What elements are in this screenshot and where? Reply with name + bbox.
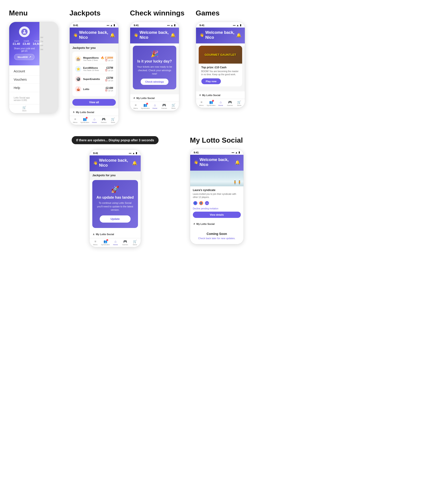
games-icon: 🎮 (102, 117, 106, 121)
update-status-bar: 9:41 ▪▪▪ ▲ ▮ (90, 150, 141, 155)
superenalotto-time: ⏰ 1d 1h (105, 80, 113, 82)
view-all-button[interactable]: View all (72, 99, 116, 106)
g-home-label: Home (218, 104, 223, 106)
games-section: Games 9:41 ▪▪▪ ▲ ▮ 👋 Welco (196, 9, 245, 108)
lotto-amount: £2.6M (105, 86, 113, 90)
nav-tab-menu[interactable]: ≡ Menu (71, 117, 79, 123)
nav-tab-games[interactable]: 🎮 Games (100, 117, 108, 123)
notification-bell[interactable]: 🔔 (110, 33, 115, 38)
jackpots-content: Jackpots for you 🎰 Megamillions You have… (70, 43, 119, 108)
u-nav-home[interactable]: ⌂ Home (111, 240, 119, 246)
wave-emoji: 👋 (73, 33, 78, 37)
u-syndicates-badge: 👥 (103, 240, 107, 243)
top-prize: Top prize: £10 Cash (201, 66, 240, 69)
cw-nav-syndicates[interactable]: 👥 Syndicates (141, 103, 150, 109)
euromillions-logo: ⭐ (75, 66, 81, 72)
credit-label: Credit (23, 40, 30, 42)
g-nav-store[interactable]: 🛒 Store (235, 100, 243, 106)
my-lotto-social-section: My Lotto Social 9:41 ▪▪▪ ▲ ▮ 👋 (190, 136, 244, 244)
games-phone: 9:41 ▪▪▪ ▲ ▮ 👋 Welcome back, Nico (196, 22, 245, 108)
lotto-left: 🎪 Lotto (75, 86, 89, 92)
mls-signal: ▪▪▪ (232, 151, 234, 154)
mls-welcome-row: 👋 Welcome back, Nico 🔔 (194, 157, 240, 167)
menu-item-vouchers[interactable]: Vouchers (9, 75, 40, 84)
syndicate-card: 🧍🧍 Laura's syndicate Laura invited you t… (190, 171, 243, 220)
cw-nav-menu[interactable]: ≡ Menu (132, 103, 140, 109)
jackpots-welcome-header: 👋 Welcome back, Nico 🔔 (70, 27, 119, 43)
cw-nav-home[interactable]: ⌂ Home (151, 103, 159, 109)
check-winnings-title: Check winnings (130, 9, 185, 17)
play-now-button[interactable]: Play now (201, 78, 221, 84)
mls-wave: 👋 (194, 160, 198, 164)
euromillions-row[interactable]: ⭐ EuroMillions You have 10 lines £37M ⏰ … (75, 64, 113, 74)
u-games-label: Games (122, 244, 128, 246)
cw-syndicates-label: Syndicates (141, 107, 150, 109)
g-nav-home[interactable]: ⌂ Home (217, 100, 225, 106)
game-card[interactable]: GOURMET GAUNTLET Top prize: £10 Cash BOO… (199, 46, 242, 86)
g-nav-menu[interactable]: ≡ Menu (197, 100, 205, 106)
menu-item-account[interactable]: Account (9, 67, 40, 75)
u-nav-store[interactable]: 🛒 Store (131, 240, 139, 246)
view-details-button[interactable]: View details (193, 212, 241, 218)
nav-tab-store[interactable]: 🛒 Store (109, 117, 117, 123)
u-nav-syndicates[interactable]: 👥 Syndicates (101, 240, 110, 246)
menu-section-title: Menu (9, 9, 28, 17)
nav-tab-home[interactable]: ⌂ Home (91, 117, 99, 123)
nav-tab-syndicates[interactable]: 👥 Syndicates (80, 117, 89, 123)
euromillions-right: £37M ⏰ 1d 1h (105, 66, 113, 72)
jackpots-my-lotto-bar[interactable]: ∧ My Lotto Social (70, 108, 119, 116)
update-bottom-nav: ≡ Menu 👥 Syndicates ⌂ Home (90, 238, 141, 247)
megamillions-left: 🎰 Megamillions You have 2 lines (75, 56, 99, 62)
menu-phone: 9M 7M 6M 9M (9, 22, 58, 113)
cw-nav-games[interactable]: 🎮 Games (160, 103, 168, 109)
cw-nav-store[interactable]: 🛒 Store (169, 103, 177, 109)
lotto-row[interactable]: 🎪 Lotto £2.6M ⏰ 1d 1h (75, 84, 113, 94)
update-button[interactable]: Update (100, 215, 131, 223)
nav-store[interactable]: 🛒 Store (20, 106, 28, 112)
cw-games-label: Games (161, 107, 167, 109)
update-annotation: If there are updates... Display popup af… (72, 136, 159, 144)
syndicate-name: Laura's syndicate (193, 189, 241, 192)
update-battery: ▮ (136, 152, 137, 154)
avatar-icon (21, 29, 27, 35)
games-title: Games (196, 9, 220, 17)
games-my-lotto-bar[interactable]: ∧ My Lotto Social (196, 91, 245, 99)
megamillions-row[interactable]: 🎰 Megamillions You have 2 lines 🔥 £189M … (75, 54, 113, 64)
welcome-title: Welcome back, Nico (79, 30, 108, 40)
cw-bell[interactable]: 🔔 (170, 33, 175, 38)
update-my-lotto-bar[interactable]: ∧ My Lotto Social (90, 231, 141, 238)
games-time: 9:41 (200, 24, 205, 27)
code-button[interactable]: Nicol830 ↗ (14, 54, 34, 60)
wifi-icon: ▲ (110, 24, 113, 27)
mls-bell[interactable]: 🔔 (235, 160, 240, 165)
update-signal: ▪▪▪ (129, 152, 132, 154)
g-nav-games[interactable]: 🎮 Games (226, 100, 234, 106)
check-winnings-button[interactable]: Check winnings (141, 79, 168, 85)
cw-card-desc: Your tickets are now ready to be checked… (136, 65, 173, 75)
mls-status-bar: 9:41 ▪▪▪ ▲ ▮ (190, 149, 243, 155)
u-nav-games[interactable]: 🎮 Games (121, 240, 129, 246)
mls-my-lotto-bar[interactable]: ∧ My Lotto Social (190, 220, 243, 227)
euromillions-amount: £37M (105, 66, 113, 69)
update-bell[interactable]: 🔔 (132, 160, 137, 166)
welcome-text: 👋 Welcome back, Nico (73, 30, 108, 40)
games-bell[interactable]: 🔔 (236, 33, 241, 38)
g-badge-dot (212, 100, 214, 102)
u-nav-menu[interactable]: ≡ Menu (91, 240, 100, 246)
cw-my-lotto-bar[interactable]: ∧ My Lotto Social (130, 94, 179, 102)
menu-item-help[interactable]: Help (9, 84, 40, 92)
g-games-label: Games (227, 104, 233, 106)
store-icon: 🛒 (22, 106, 26, 109)
store-label: Store (111, 121, 115, 123)
cw-home-icon: ⌂ (154, 103, 156, 107)
decline-invitation-link[interactable]: Decline pending invitation (193, 207, 241, 210)
syndicate-desc: Laura invited you to join their syndicat… (193, 193, 241, 199)
avatar-2: 👤 (199, 201, 204, 206)
check-winnings-card: 🎉 Is it your lucky day? Your tickets are… (133, 46, 176, 89)
g-syndicates-badge: 👥 (209, 100, 213, 104)
snow-figures: 🧍🧍 (233, 180, 242, 185)
g-nav-syndicates[interactable]: 👥 Syndicates (207, 100, 215, 106)
status-bar: 9:41 ▪▪▪ ▲ ▮ (70, 22, 119, 27)
superenalotto-row[interactable]: 🎱 SuperEnalotto £37M ⏰ 1d 1h (75, 74, 113, 84)
update-welcome-header: 👋 Welcome back, Nico 🔔 (90, 155, 141, 171)
